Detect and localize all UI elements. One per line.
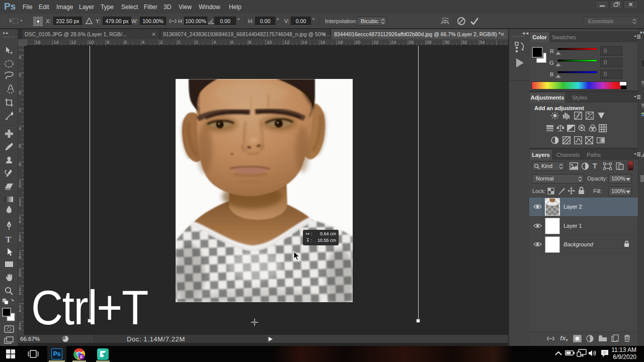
svg-text:F: F (80, 354, 83, 359)
svg-text:T: T (6, 235, 12, 244)
